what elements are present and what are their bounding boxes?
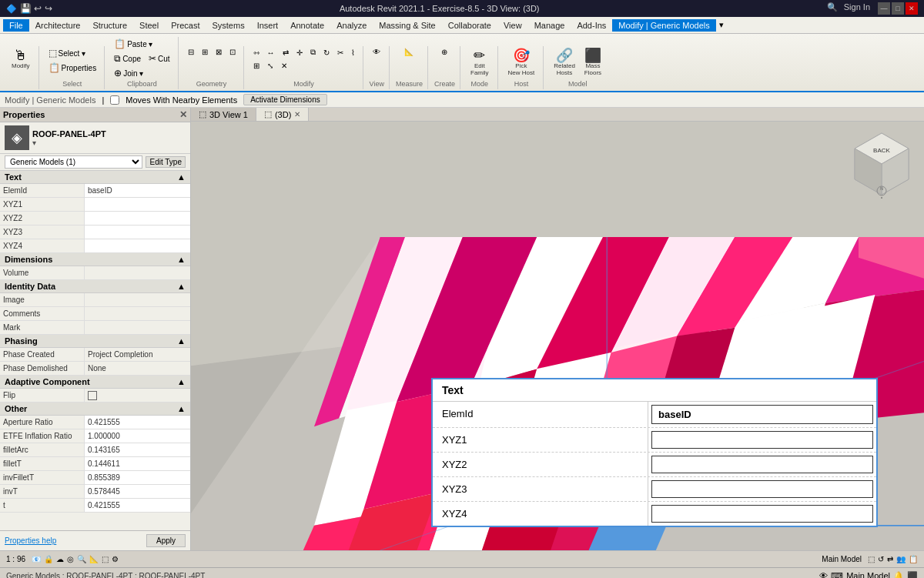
ft-value-elemid[interactable]: baseID: [651, 405, 873, 424]
related-hosts-button[interactable]: 🔗 RelatedHosts: [550, 46, 579, 79]
light-icon[interactable]: ◎: [67, 555, 74, 563]
copy-tool-button[interactable]: ⧉: [307, 46, 319, 58]
props-edit-type-button[interactable]: Edit Type: [146, 156, 186, 168]
history-icon[interactable]: ↺: [878, 555, 884, 563]
close-button[interactable]: ✕: [906, 2, 918, 15]
menu-analyze[interactable]: Analyze: [330, 19, 373, 32]
menu-addins[interactable]: Add-Ins: [571, 19, 612, 32]
scale-button[interactable]: ⤡: [264, 60, 276, 72]
menu-annotate[interactable]: Annotate: [284, 19, 330, 32]
move-button[interactable]: ✛: [293, 47, 306, 58]
settings-icon[interactable]: ⚙: [112, 555, 119, 563]
options-btn[interactable]: ▾: [719, 20, 724, 30]
props-value-mark[interactable]: [85, 321, 190, 334]
view-btn[interactable]: 👁: [370, 46, 383, 58]
props-value-t[interactable]: 0.421555: [85, 499, 190, 512]
props-section-text[interactable]: Text ▲: [0, 171, 190, 184]
menu-manage[interactable]: Manage: [528, 19, 571, 32]
menu-architecture[interactable]: Architecture: [29, 19, 87, 32]
menu-systems[interactable]: Systems: [206, 19, 250, 32]
view-icon-bottom[interactable]: 👁: [819, 571, 828, 578]
array-button[interactable]: ⊞: [250, 60, 263, 72]
view-canvas[interactable]: BACK N Text ElemId baseID: [191, 122, 924, 550]
select-button[interactable]: ⬚ Select ▾: [45, 46, 100, 60]
geometry-btn1[interactable]: ⊟: [185, 46, 197, 58]
props-value-aperture[interactable]: 0.421555: [85, 416, 190, 429]
props-section-adaptive[interactable]: Adaptive Component ▲: [0, 376, 190, 389]
menu-collaborate[interactable]: Collaborate: [442, 19, 497, 32]
props-value-filleta[interactable]: 0.144611: [85, 457, 190, 470]
props-value-image[interactable]: [85, 293, 190, 306]
moves-with-checkbox[interactable]: [110, 95, 119, 105]
menu-precast[interactable]: Precast: [165, 19, 206, 32]
split-button[interactable]: ⌇: [348, 47, 358, 58]
ruler-icon[interactable]: 📐: [89, 555, 99, 563]
search-icon[interactable]: 🔍: [77, 555, 86, 563]
geometry-btn3[interactable]: ⊠: [213, 46, 225, 58]
tasks-icon[interactable]: 📋: [909, 555, 918, 563]
notification-icon[interactable]: 🔔: [893, 571, 904, 578]
ft-value-xyz4[interactable]: [651, 505, 873, 523]
view-tab-3dview1[interactable]: ⬚ 3D View 1: [191, 108, 256, 121]
props-value-etfe[interactable]: 1.000000: [85, 429, 190, 443]
props-value-xyz2[interactable]: [85, 212, 190, 225]
workset-icon[interactable]: ⬚: [868, 555, 875, 563]
view-tab-3d[interactable]: ⬚ (3D) ✕: [256, 108, 309, 121]
kbd-icon[interactable]: ⌨: [831, 571, 843, 578]
geometry-btn2[interactable]: ⊞: [199, 46, 211, 58]
collaborate-status-icon[interactable]: 👥: [896, 555, 906, 563]
copy-button[interactable]: ⧉ Cope: [111, 52, 144, 65]
paste-button[interactable]: 📋 Paste ▾: [111, 37, 172, 51]
props-section-phasing[interactable]: Phasing ▲: [0, 335, 190, 348]
window-controls[interactable]: 🔍 Sign In — □ ✕: [827, 2, 918, 15]
menu-steel[interactable]: Steel: [133, 19, 165, 32]
menu-structure[interactable]: Structure: [86, 19, 133, 32]
expand-icon[interactable]: ⬛: [907, 571, 918, 578]
ft-value-xyz3[interactable]: [651, 480, 873, 498]
props-type-select[interactable]: Generic Models (1): [5, 155, 142, 169]
maximize-button[interactable]: □: [892, 2, 904, 15]
menu-modify-generic[interactable]: Modify | Generic Models: [612, 19, 715, 32]
minimize-button[interactable]: —: [878, 2, 890, 15]
measure-btn[interactable]: 📐: [401, 46, 417, 58]
props-value-phase-created[interactable]: Project Completion: [85, 348, 190, 361]
cut-button[interactable]: ✂ Cut: [146, 52, 173, 65]
props-value-xyz3[interactable]: [85, 226, 190, 239]
props-section-dimensions[interactable]: Dimensions ▲: [0, 253, 190, 266]
menu-view[interactable]: View: [497, 19, 528, 32]
geometry-btn4[interactable]: ⊡: [226, 46, 239, 58]
properties-help-link[interactable]: Properties help: [5, 536, 56, 545]
search-icon[interactable]: 🔍: [827, 2, 838, 15]
props-value-xyz1[interactable]: [85, 198, 190, 211]
menu-file[interactable]: File: [3, 19, 29, 32]
properties-button[interactable]: 📋 Properties: [45, 61, 100, 75]
signin-btn[interactable]: Sign In: [844, 2, 870, 15]
pick-new-host-button[interactable]: 🎯 PickNew Host: [504, 46, 539, 79]
menu-insert[interactable]: Insert: [251, 19, 285, 32]
props-value-filletarc[interactable]: 0.143165: [85, 443, 190, 456]
create-btn[interactable]: ⊕: [438, 46, 450, 58]
props-value-flip[interactable]: [85, 389, 190, 402]
email-icon[interactable]: 📧: [32, 555, 41, 563]
trim-button[interactable]: ✂: [334, 47, 346, 58]
props-value-phase-demolished[interactable]: None: [85, 362, 190, 375]
delete-button[interactable]: ✕: [278, 60, 290, 72]
lock-icon[interactable]: 🔒: [44, 555, 53, 563]
props-value-comments[interactable]: [85, 307, 190, 320]
mass-floors-button[interactable]: ⬛ MassFloors: [581, 46, 605, 79]
props-value-invfilleta[interactable]: 0.855389: [85, 471, 190, 484]
props-section-other[interactable]: Other ▲: [0, 403, 190, 416]
align-button[interactable]: ⇿: [250, 47, 263, 58]
props-value-xyz4[interactable]: [85, 239, 190, 252]
apply-button[interactable]: Apply: [146, 534, 186, 547]
mirror-button[interactable]: ⇄: [280, 47, 292, 58]
props-section-identity[interactable]: Identity Data ▲: [0, 280, 190, 293]
measure-status-icon[interactable]: ⬚: [102, 555, 109, 563]
nav-cube[interactable]: BACK N: [847, 129, 916, 199]
activate-dimensions-button[interactable]: Activate Dimensions: [243, 94, 327, 105]
join-button[interactable]: ⊕ Join ▾: [111, 66, 172, 80]
offset-button[interactable]: ↔: [264, 47, 278, 58]
edit-family-button[interactable]: ✏ EditFamily: [467, 46, 493, 79]
props-value-elemid[interactable]: baseID: [85, 184, 190, 197]
sync-icon[interactable]: ⇄: [887, 555, 893, 563]
